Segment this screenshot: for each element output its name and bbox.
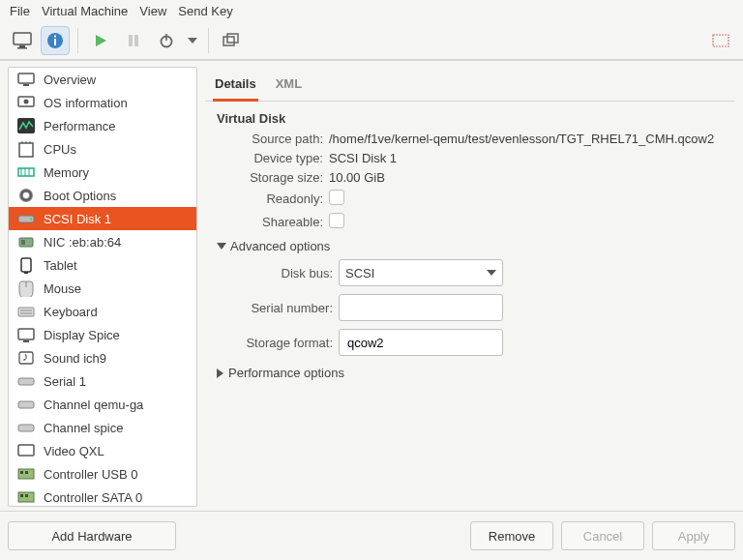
sidebar-item-icon	[16, 187, 36, 204]
menu-send-key[interactable]: Send Key	[178, 4, 232, 18]
svg-marker-11	[188, 38, 197, 44]
svg-rect-45	[18, 401, 34, 408]
svg-rect-8	[134, 35, 138, 46]
value-storage-size: 10.00 GiB	[329, 170, 724, 185]
sidebar-item-icon	[16, 442, 36, 459]
label-readonly: Readonly:	[217, 192, 323, 206]
sidebar-item-boot-options[interactable]: Boot Options	[9, 184, 196, 207]
monitor-icon	[13, 32, 32, 49]
label-storage-size: Storage size:	[217, 170, 323, 185]
caret-down-icon	[487, 270, 496, 276]
svg-rect-50	[25, 471, 28, 474]
tab-details[interactable]: Details	[213, 73, 258, 102]
sidebar-item-display-spice[interactable]: Display Spice	[9, 323, 196, 346]
svg-rect-20	[19, 143, 33, 157]
pause-button	[119, 26, 148, 55]
sidebar-item-icon	[16, 396, 36, 413]
svg-rect-47	[18, 445, 34, 456]
power-button[interactable]	[152, 26, 181, 55]
sidebar-item-mouse[interactable]: Mouse	[9, 277, 196, 300]
sidebar-item-icon	[16, 465, 36, 483]
apply-button: Apply	[652, 521, 735, 550]
value-device-type: SCSI Disk 1	[329, 151, 724, 165]
svg-rect-15	[18, 74, 34, 83]
svg-rect-46	[18, 425, 34, 431]
menu-virtual-machine[interactable]: Virtual Machine	[42, 4, 128, 18]
sidebar-item-icon	[16, 372, 36, 390]
svg-rect-12	[223, 37, 234, 45]
toolbar	[0, 22, 743, 60]
tab-xml[interactable]: XML	[274, 73, 304, 101]
svg-rect-1	[19, 45, 25, 47]
serial-input[interactable]	[339, 294, 503, 321]
toolbar-separator-2	[208, 28, 209, 53]
main-panel: Details XML Virtual Disk Source path: /h…	[205, 67, 735, 507]
label-disk-bus: Disk bus:	[221, 266, 333, 280]
format-input[interactable]	[339, 329, 503, 356]
label-shareable: Shareable:	[217, 215, 323, 229]
shareable-checkbox[interactable]	[329, 213, 344, 228]
sidebar-item-icon	[16, 140, 36, 158]
expander-advanced[interactable]: Advanced options	[217, 239, 724, 253]
sidebar-item-os-information[interactable]: OS information	[9, 91, 196, 114]
add-hardware-button[interactable]: Add Hardware	[8, 521, 176, 550]
sidebar: OverviewOS informationPerformanceCPUsMem…	[8, 67, 197, 507]
sidebar-item-icon	[16, 419, 36, 436]
sidebar-item-performance[interactable]: Performance	[9, 114, 196, 137]
menu-file[interactable]: File	[10, 4, 30, 18]
details-button[interactable]	[41, 26, 70, 55]
label-serial: Serial number:	[221, 301, 333, 315]
svg-rect-40	[18, 329, 34, 339]
sidebar-item-tablet[interactable]: Tablet	[9, 253, 196, 277]
sidebar-item-memory[interactable]: Memory	[9, 161, 196, 184]
sidebar-item-nic-eb-ab-64[interactable]: NIC :eb:ab:64	[9, 230, 196, 253]
sidebar-item-label: Mouse	[44, 281, 81, 296]
svg-rect-13	[227, 34, 238, 43]
sidebar-item-icon	[16, 488, 36, 506]
sidebar-item-cpus[interactable]: CPUs	[9, 137, 196, 161]
sidebar-item-overview[interactable]: Overview	[9, 68, 196, 91]
pause-icon	[127, 34, 140, 47]
svg-rect-41	[23, 340, 29, 342]
power-dropdown[interactable]	[185, 26, 200, 55]
sidebar-item-serial-1[interactable]: Serial 1	[9, 369, 196, 393]
label-source-path: Source path:	[217, 132, 323, 146]
sidebar-item-label: Overview	[44, 73, 96, 87]
menu-view[interactable]: View	[139, 4, 166, 18]
sidebar-item-label: Sound ich9	[44, 351, 106, 366]
svg-rect-44	[18, 378, 34, 385]
sidebar-item-channel-qemu-ga[interactable]: Channel qemu-ga	[9, 393, 196, 416]
sidebar-item-icon	[16, 210, 36, 227]
svg-rect-0	[14, 33, 31, 44]
expander-advanced-label: Advanced options	[230, 239, 330, 253]
sidebar-item-channel-spice[interactable]: Channel spice	[9, 416, 196, 439]
sidebar-list[interactable]: OverviewOS informationPerformanceCPUsMem…	[9, 68, 196, 506]
expander-performance-label: Performance options	[228, 366, 344, 380]
run-button[interactable]	[86, 26, 115, 55]
svg-rect-4	[54, 39, 56, 45]
snapshots-button[interactable]	[217, 26, 246, 55]
main-body: Virtual Disk Source path: /home/f1ve/ker…	[205, 102, 735, 507]
svg-point-31	[30, 218, 32, 220]
sidebar-item-video-qxl[interactable]: Video QXL	[9, 439, 196, 462]
console-button[interactable]	[8, 26, 37, 55]
sidebar-item-controller-usb-0[interactable]: Controller USB 0	[9, 462, 196, 486]
readonly-checkbox[interactable]	[329, 190, 344, 205]
remove-button[interactable]: Remove	[470, 521, 553, 550]
svg-rect-34	[21, 258, 31, 272]
sidebar-item-sound-ich9[interactable]: ♪Sound ich9	[9, 346, 196, 369]
sidebar-item-keyboard[interactable]: Keyboard	[9, 300, 196, 323]
power-icon	[159, 33, 174, 48]
sidebar-item-icon	[16, 303, 36, 320]
sidebar-item-controller-sata-0[interactable]: Controller SATA 0	[9, 486, 196, 506]
sidebar-item-scsi-disk-1[interactable]: SCSI Disk 1	[9, 207, 196, 230]
section-title-virtual-disk: Virtual Disk	[217, 111, 724, 126]
expander-performance[interactable]: Performance options	[217, 366, 724, 380]
content: OverviewOS informationPerformanceCPUsMem…	[0, 60, 743, 511]
chevron-down-icon	[217, 243, 226, 251]
bottom-bar: Add Hardware Remove Cancel Apply	[0, 511, 743, 560]
sidebar-item-label: CPUs	[44, 142, 76, 157]
disk-bus-combo[interactable]: SCSI	[339, 259, 503, 286]
fullscreen-button[interactable]	[706, 26, 735, 55]
caret-down-icon	[188, 38, 197, 44]
